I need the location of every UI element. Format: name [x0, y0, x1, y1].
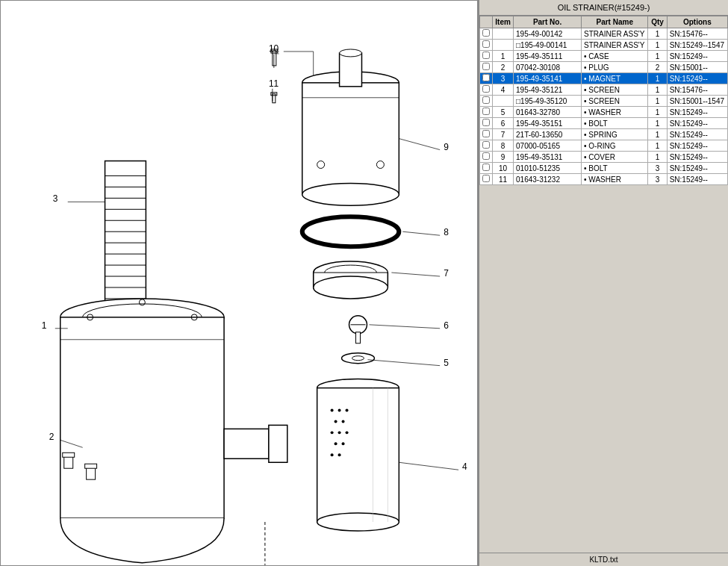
svg-rect-19 [340, 53, 362, 87]
row-qty: 1 [648, 107, 667, 118]
row-partname: STRAINER ASS'Y [582, 40, 648, 51]
row-partno: 195-49-35121 [514, 84, 582, 96]
row-checkbox[interactable] [480, 152, 493, 163]
row-checkbox[interactable] [480, 129, 493, 140]
row-item: 3 [493, 73, 514, 84]
row-partno: 07000-05165 [514, 140, 582, 152]
svg-point-52 [338, 431, 341, 434]
row-checkbox[interactable] [480, 163, 493, 174]
row-partno: □195-49-00141 [514, 40, 582, 51]
table-row[interactable]: 807000-05165• O-RING1SN:15249-- [480, 140, 728, 152]
table-row[interactable]: 9195-49-35131• COVER1SN:15249-- [480, 152, 728, 163]
row-checkbox[interactable] [480, 84, 493, 96]
row-partno: 01643-32780 [514, 107, 582, 118]
row-options: SN:15249-- [667, 129, 727, 140]
row-qty: 1 [648, 140, 667, 152]
table-row[interactable]: □195-49-00141STRAINER ASS'Y1SN:15249--15… [480, 40, 728, 51]
row-checkbox[interactable] [480, 174, 493, 185]
row-checkbox[interactable] [480, 28, 493, 40]
row-item: 2 [493, 62, 514, 73]
row-partno: 195-49-35131 [514, 152, 582, 163]
svg-text:1: 1 [42, 320, 47, 331]
svg-point-53 [346, 431, 349, 434]
row-options: SN:15249-- [667, 140, 727, 152]
row-item: 9 [493, 152, 514, 163]
row-qty: 1 [648, 118, 667, 129]
row-partno: 01643-31232 [514, 174, 582, 185]
row-item: 5 [493, 107, 514, 118]
row-checkbox[interactable] [480, 118, 493, 129]
svg-point-47 [338, 408, 341, 411]
table-row[interactable]: 1001010-51235• BOLT3SN:15249-- [480, 163, 728, 174]
row-checkbox[interactable] [480, 62, 493, 73]
table-row[interactable]: □195-49-35120• SCREEN1SN:15001--1547 [480, 96, 728, 107]
row-checkbox[interactable] [480, 107, 493, 118]
table-row[interactable]: 501643-32780• WASHER1SN:15249-- [480, 107, 728, 118]
col-options: Options [667, 16, 727, 28]
svg-point-48 [346, 408, 349, 411]
col-item: Item [493, 16, 514, 28]
row-checkbox[interactable] [480, 40, 493, 51]
row-qty: 1 [648, 84, 667, 96]
table-row[interactable]: 207042-30108• PLUG2SN:15001-- [480, 62, 728, 73]
svg-point-56 [331, 453, 334, 456]
svg-point-40 [352, 356, 364, 361]
col-name: Part Name [582, 16, 648, 28]
svg-point-51 [331, 431, 334, 434]
row-options: SN:15249-- [667, 118, 727, 129]
row-partname: • PLUG [582, 62, 648, 73]
table-row[interactable]: 721T-60-13650• SPRING1SN:15249-- [480, 129, 728, 140]
svg-point-54 [335, 442, 337, 445]
row-partno: 01010-51235 [514, 163, 582, 174]
table-row[interactable]: 6195-49-35151• BOLT1SN:15249-- [480, 118, 728, 129]
svg-text:8: 8 [444, 227, 449, 237]
row-partname: • BOLT [582, 163, 648, 174]
row-options: SN:15476-- [667, 84, 727, 96]
row-qty: 1 [648, 28, 667, 40]
row-partno: 195-49-35111 [514, 51, 582, 62]
row-options: SN:15249-- [667, 107, 727, 118]
row-partno: 07042-30108 [514, 62, 582, 73]
table-container: Item Part No. Part Name Qty Options 195-… [479, 16, 728, 553]
svg-text:11: 11 [269, 78, 279, 89]
row-qty: 1 [648, 152, 667, 163]
svg-text:2: 2 [49, 432, 55, 442]
row-partname: • BOLT [582, 118, 648, 129]
row-checkbox[interactable] [480, 73, 493, 84]
row-qty: 3 [648, 174, 667, 185]
svg-point-50 [342, 420, 345, 423]
row-partname: • SCREEN [582, 84, 648, 96]
svg-point-20 [340, 49, 362, 57]
table-row[interactable]: 1101643-31232• WASHER3SN:15249-- [480, 174, 728, 185]
row-item: 11 [493, 174, 514, 185]
row-qty: 1 [648, 73, 667, 84]
row-checkbox[interactable] [480, 96, 493, 107]
row-options: SN:15249-- [667, 152, 727, 163]
table-row[interactable]: 195-49-00142STRAINER ASS'Y1SN:15476-- [480, 28, 728, 40]
row-partno: 195-49-00142 [514, 28, 582, 40]
table-panel: OIL STRAINER(#15249-) Item Part No. Part… [478, 0, 728, 566]
row-partname: • COVER [582, 152, 648, 163]
row-partname: STRAINER ASS'Y [582, 28, 648, 40]
row-item [493, 96, 514, 107]
svg-text:3: 3 [53, 193, 58, 204]
svg-rect-94 [85, 464, 97, 468]
parts-table: Item Part No. Part Name Qty Options 195-… [479, 16, 728, 185]
row-item: 1 [493, 51, 514, 62]
svg-point-55 [342, 442, 345, 445]
svg-rect-80 [60, 317, 224, 518]
row-checkbox[interactable] [480, 51, 493, 62]
svg-text:9: 9 [444, 142, 449, 152]
table-row[interactable]: 1195-49-35111• CASE1SN:15249-- [480, 51, 728, 62]
row-partno: 195-49-35141 [514, 73, 582, 84]
row-qty: 1 [648, 40, 667, 51]
svg-rect-82 [269, 425, 287, 462]
footer-bar: KLTD.txt [479, 553, 728, 566]
parts-diagram: 10 11 [1, 1, 477, 565]
table-row[interactable]: 4195-49-35121• SCREEN1SN:15476-- [480, 84, 728, 96]
row-checkbox[interactable] [480, 140, 493, 152]
svg-rect-44 [317, 388, 399, 522]
table-row[interactable]: 3195-49-35141• MAGNET1SN:15249-- [480, 73, 728, 84]
svg-point-46 [331, 408, 334, 411]
row-options: SN:15249-- [667, 163, 727, 174]
